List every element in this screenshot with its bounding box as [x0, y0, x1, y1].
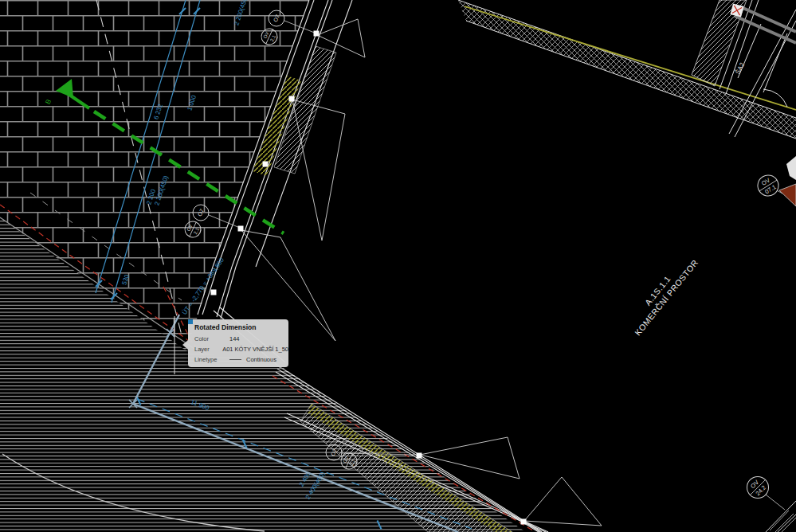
color-label: Color — [194, 335, 229, 342]
tooltip-row-linetype: Linetype Continuous — [194, 354, 288, 365]
linetype-label: Linetype — [194, 356, 229, 363]
color-value: 144 — [229, 335, 240, 342]
layer-label: Layer — [194, 346, 222, 353]
cad-canvas[interactable]: ŠA2 6 232 1 000 2 200 2 200(450) 530 2 2… — [0, 0, 796, 532]
linetype-glyph — [229, 359, 241, 360]
entity-properties-tooltip: Rotated Dimension Color 144 Layer A01 KÓ… — [188, 319, 288, 367]
cad-viewport[interactable]: ŠA2 6 232 1 000 2 200 2 200(450) 530 2 2… — [0, 0, 796, 532]
color-swatch — [188, 319, 193, 324]
tooltip-row-layer: Layer A01 KÓTY VNĚJŠÍ 1_50 — [194, 344, 288, 354]
layer-value: A01 KÓTY VNĚJŠÍ 1_50 — [222, 346, 288, 353]
linetype-value: Continuous — [246, 356, 276, 363]
tooltip-arrow — [182, 340, 188, 350]
tooltip-row-color: Color 144 — [194, 334, 288, 344]
tooltip-title: Rotated Dimension — [194, 323, 288, 331]
